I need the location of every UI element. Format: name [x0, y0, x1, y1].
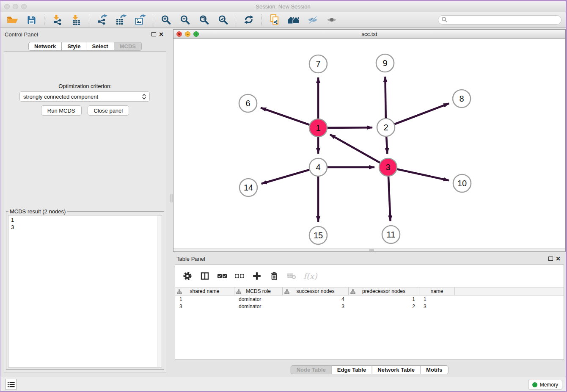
resize-grip[interactable]	[369, 249, 374, 251]
graph-node-3[interactable]: 3	[379, 158, 397, 176]
first-neighbors-button[interactable]	[286, 14, 301, 26]
table-panel: Table Panel ✕	[173, 253, 566, 377]
graph-node-9[interactable]: 9	[376, 54, 394, 72]
edge-1-6[interactable]	[261, 108, 311, 125]
tab-network[interactable]: Network	[28, 42, 62, 51]
zoom-out-button[interactable]	[177, 14, 193, 26]
column-header-predecessor-nodes[interactable]: predecessor nodes	[349, 287, 419, 295]
column-settings-button[interactable]	[182, 271, 193, 282]
table-panel-body: f(x) shared name MCDS role successo	[175, 265, 564, 359]
mcds-result-area[interactable]: 1 3	[8, 215, 162, 367]
close-panel-button[interactable]: Close panel	[88, 105, 129, 116]
search-input[interactable]	[438, 15, 561, 25]
deselect-all-columns-button[interactable]	[234, 271, 245, 282]
edge-2-3[interactable]	[386, 135, 387, 154]
eye-icon	[326, 15, 338, 25]
edge-2-9[interactable]	[385, 77, 385, 119]
close-panel-icon[interactable]: ✕	[159, 32, 164, 36]
export-network-button[interactable]	[94, 14, 110, 26]
delete-table-button[interactable]	[286, 271, 297, 282]
table-cell[interactable]: 2	[349, 304, 419, 309]
table-row[interactable]: 1dominator411	[175, 295, 564, 303]
network-canvas[interactable]: 7968124314101511	[173, 39, 565, 248]
tab-edge-table[interactable]: Edge Table	[331, 365, 372, 374]
graph-node-14[interactable]: 14	[239, 179, 257, 196]
criterion-select[interactable]: strongly connected component	[19, 91, 150, 102]
checked-boxes-icon	[217, 273, 227, 279]
column-header-shared-name[interactable]: shared name	[175, 287, 234, 295]
table-cell[interactable]: dominator	[234, 304, 283, 309]
create-column-button[interactable]	[251, 271, 262, 282]
graph-node-8[interactable]: 8	[453, 90, 471, 108]
tab-network-table[interactable]: Network Table	[372, 365, 421, 374]
table-cell[interactable]: 1	[419, 296, 455, 302]
zoom-out-icon	[179, 14, 190, 25]
graph-node-4[interactable]: 4	[309, 158, 327, 176]
import-network-button[interactable]	[50, 14, 65, 26]
graph-node-11[interactable]: 11	[382, 226, 400, 243]
hide-selected-button[interactable]	[305, 14, 320, 26]
tab-select[interactable]: Select	[86, 42, 114, 51]
edge-4-14[interactable]	[261, 169, 311, 184]
table-row[interactable]: 3dominator323	[175, 303, 564, 310]
save-session-button[interactable]	[24, 14, 39, 26]
zoom-selected-button[interactable]	[215, 14, 231, 26]
mcds-result-title: MCDS result (2 nodes)	[8, 208, 67, 215]
toolbar-separator	[89, 14, 89, 25]
table-cell[interactable]: 3	[419, 304, 455, 309]
export-table-icon	[115, 14, 127, 25]
mcds-result-group: MCDS result (2 nodes) 1 3	[6, 211, 164, 370]
graph-node-15[interactable]: 15	[309, 226, 327, 244]
result-scrollbar[interactable]	[157, 215, 162, 367]
split-divider-handle[interactable]	[170, 194, 173, 202]
table-cell[interactable]: 1	[175, 296, 234, 302]
edge-3-10[interactable]	[396, 169, 449, 180]
column-header-name[interactable]: name	[419, 287, 455, 295]
table-cell[interactable]: 4	[283, 296, 349, 302]
edge-2-8[interactable]	[394, 103, 449, 124]
clone-network-button[interactable]	[267, 14, 282, 26]
table-cell[interactable]: dominator	[234, 296, 283, 302]
toolbar-separator	[261, 14, 262, 25]
graph-node-1[interactable]: 1	[309, 119, 327, 137]
refresh-view-button[interactable]	[241, 14, 256, 26]
table-cell[interactable]: 3	[175, 304, 234, 309]
delete-columns-button[interactable]	[269, 271, 280, 282]
task-history-button[interactable]	[6, 379, 17, 390]
table-cell[interactable]: 3	[283, 304, 349, 309]
select-all-columns-button[interactable]	[217, 271, 228, 282]
run-mcds-button[interactable]: Run MCDS	[41, 105, 82, 116]
close-table-panel-icon[interactable]: ✕	[556, 257, 561, 261]
zoom-fit-button[interactable]	[196, 14, 212, 26]
graph-node-6[interactable]: 6	[239, 94, 257, 112]
graph-node-7[interactable]: 7	[309, 55, 327, 73]
edge-1-2[interactable]	[326, 127, 372, 128]
tab-mcds[interactable]: MCDS	[114, 42, 142, 51]
edge-3-11[interactable]	[388, 175, 391, 221]
svg-text:6: 6	[245, 99, 250, 108]
function-builder-button[interactable]: f(x)	[303, 271, 317, 281]
export-table-button[interactable]	[113, 14, 129, 26]
show-all-button[interactable]	[324, 14, 339, 26]
column-header-MCDS-role[interactable]: MCDS role	[234, 287, 283, 295]
float-table-panel-icon[interactable]	[548, 257, 553, 261]
criterion-value: strongly connected component	[23, 94, 98, 100]
table-cell[interactable]: 1	[349, 296, 419, 302]
memory-button[interactable]: Memory	[528, 380, 562, 389]
import-table-button[interactable]	[69, 14, 84, 26]
control-panel-title: Control Panel	[5, 31, 38, 38]
column-header-successor-nodes[interactable]: successor nodes	[283, 287, 349, 295]
tab-node-table[interactable]: Node Table	[291, 365, 332, 374]
toggle-panel-button[interactable]	[199, 271, 210, 282]
graph-node-2[interactable]: 2	[377, 119, 395, 136]
unchecked-boxes-icon	[234, 273, 245, 279]
export-image-button[interactable]	[132, 14, 148, 26]
edge-3-1[interactable]	[330, 135, 381, 163]
tab-motifs[interactable]: Motifs	[420, 365, 448, 374]
zoom-in-button[interactable]	[158, 14, 173, 26]
tab-style[interactable]: Style	[61, 42, 86, 51]
open-session-button[interactable]	[5, 14, 20, 26]
network-window-titlebar[interactable]: ✕ − + scc.txt	[173, 30, 565, 39]
graph-node-10[interactable]: 10	[453, 174, 471, 192]
float-panel-icon[interactable]	[151, 32, 156, 36]
